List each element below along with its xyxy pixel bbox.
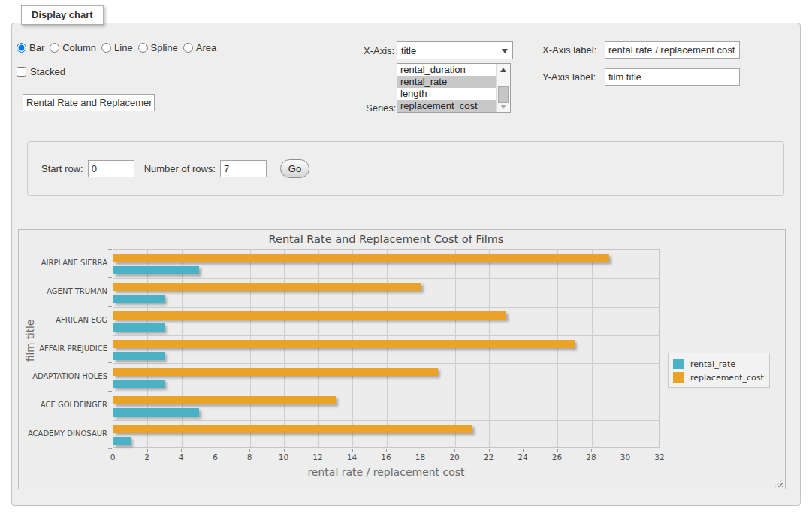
x-tick-label: 26 bbox=[546, 453, 569, 462]
x-tick-label: 32 bbox=[648, 453, 671, 462]
series-option-rental_rate[interactable]: rental_rate bbox=[397, 76, 496, 88]
y-tick-mark bbox=[108, 391, 112, 392]
series-option-replacement_cost[interactable]: replacement_cost bbox=[397, 100, 496, 112]
panel-tab-display-chart: Display chart bbox=[21, 5, 104, 25]
x-tick-mark bbox=[557, 449, 558, 452]
x-axis-select[interactable]: title bbox=[397, 41, 513, 59]
x-tick-label: 30 bbox=[614, 453, 637, 462]
series-options: rental_durationrental_ratelengthreplacem… bbox=[397, 64, 496, 112]
bar-rental_rate-agent-truman bbox=[113, 295, 165, 303]
stacked-checkbox[interactable] bbox=[17, 67, 26, 77]
number-of-rows-input[interactable] bbox=[220, 160, 267, 177]
category-label: ADAPTATION HOLES bbox=[19, 372, 107, 380]
bar-rental_rate-affair-prejudice bbox=[113, 352, 165, 360]
gridline-horizontal bbox=[113, 278, 659, 279]
gridline-vertical bbox=[216, 250, 216, 447]
gridline-horizontal bbox=[113, 420, 659, 421]
category-label: ACADEMY DINOSAUR bbox=[19, 429, 107, 438]
y-tick-mark bbox=[108, 277, 112, 278]
x-tick-label: 12 bbox=[306, 453, 329, 462]
x-tick-label: 6 bbox=[204, 453, 227, 462]
gridline-vertical bbox=[352, 250, 353, 447]
chart-type-radio-label: Column bbox=[62, 42, 96, 53]
panel-tab-label: Display chart bbox=[32, 9, 93, 20]
chart-type-radio-spline[interactable] bbox=[138, 43, 148, 53]
series-scrollbar[interactable] bbox=[496, 64, 510, 112]
scroll-up-icon bbox=[500, 68, 506, 72]
y-axis-label-label: Y-Axis label: bbox=[542, 71, 596, 83]
legend-label: replacement_cost bbox=[690, 373, 764, 383]
chart-plot-area bbox=[113, 249, 660, 448]
y-axis-label-input[interactable] bbox=[605, 68, 740, 86]
x-axis-label-label: X-Axis label: bbox=[542, 44, 596, 56]
chart-type-radio-area[interactable] bbox=[183, 43, 193, 53]
legend-item-replacement_cost: replacement_cost bbox=[673, 371, 764, 384]
x-tick-mark bbox=[147, 449, 148, 452]
y-tick-mark bbox=[108, 306, 112, 307]
x-axis-label-input[interactable] bbox=[605, 41, 740, 59]
chart-type-radio-line[interactable] bbox=[101, 43, 111, 53]
bar-replacement_cost-agent-truman bbox=[113, 283, 421, 291]
gridline-vertical bbox=[557, 250, 558, 447]
chart-type-radio-label: Line bbox=[114, 42, 133, 53]
x-tick-mark bbox=[626, 449, 626, 452]
legend-label: rental_rate bbox=[690, 359, 735, 369]
chart-type-option-line[interactable]: Line bbox=[101, 42, 133, 53]
legend-item-rental_rate: rental_rate bbox=[673, 357, 764, 371]
x-axis-select-value: title bbox=[401, 45, 416, 56]
x-tick-mark bbox=[489, 449, 490, 452]
x-tick-label: 14 bbox=[341, 453, 364, 462]
gridline-vertical bbox=[524, 250, 524, 447]
series-option-length[interactable]: length bbox=[397, 88, 496, 100]
y-tick-mark bbox=[108, 420, 112, 420]
gridline-vertical bbox=[421, 250, 421, 447]
bar-replacement_cost-ace-goldfinger bbox=[113, 396, 336, 404]
x-tick-mark bbox=[660, 449, 660, 452]
gridline-horizontal bbox=[113, 335, 659, 336]
scroll-up-button[interactable] bbox=[497, 64, 510, 75]
gridline-horizontal bbox=[113, 363, 659, 364]
category-label: AFRICAN EGG bbox=[19, 316, 107, 324]
resize-handle-icon[interactable] bbox=[775, 479, 783, 487]
stacked-row: Stacked bbox=[17, 66, 65, 77]
chart-type-radio-column[interactable] bbox=[50, 43, 59, 53]
go-button[interactable]: Go bbox=[280, 159, 309, 178]
gridline-vertical bbox=[182, 250, 183, 447]
x-tick-label: 0 bbox=[101, 453, 124, 462]
gridline-vertical bbox=[147, 250, 148, 447]
chart-type-option-spline[interactable]: Spline bbox=[138, 42, 178, 53]
x-tick-mark bbox=[284, 449, 285, 452]
chart-type-radio-group: BarColumnLineSplineArea bbox=[17, 42, 222, 53]
chart-type-radio-bar[interactable] bbox=[17, 43, 26, 53]
chart-title-input[interactable] bbox=[23, 94, 155, 111]
x-tick-mark bbox=[216, 449, 216, 452]
bar-rental_rate-airplane-sierra bbox=[113, 266, 199, 274]
legend-swatch-icon bbox=[673, 372, 684, 383]
x-tick-label: 16 bbox=[375, 453, 397, 462]
start-row-input[interactable] bbox=[88, 160, 134, 177]
gridline-vertical bbox=[626, 250, 626, 447]
scroll-down-icon bbox=[500, 105, 506, 109]
category-label: AIRPLANE SIERRA bbox=[19, 259, 107, 267]
bar-replacement_cost-academy-dinosaur bbox=[113, 425, 472, 433]
x-tick-mark bbox=[523, 449, 524, 452]
bar-replacement_cost-african-egg bbox=[113, 311, 506, 320]
series-multiselect[interactable]: rental_durationrental_ratelengthreplacem… bbox=[397, 63, 511, 113]
chart-type-option-bar[interactable]: Bar bbox=[17, 42, 44, 53]
chart-x-axis-title: rental rate / replacement cost bbox=[113, 466, 660, 478]
scroll-down-button[interactable] bbox=[497, 101, 510, 112]
gridline-vertical bbox=[318, 250, 319, 447]
chart-title: Rental Rate and Replacement Cost of Film… bbox=[113, 233, 660, 245]
x-tick-mark bbox=[181, 449, 182, 452]
chart-type-option-column[interactable]: Column bbox=[50, 42, 96, 53]
series-option-rental_duration[interactable]: rental_duration bbox=[397, 64, 496, 76]
gridline-vertical bbox=[489, 250, 490, 447]
chart-type-option-area[interactable]: Area bbox=[183, 42, 216, 53]
x-tick-mark bbox=[249, 449, 250, 452]
x-tick-label: 28 bbox=[580, 453, 602, 462]
x-tick-label: 4 bbox=[170, 453, 192, 462]
x-tick-label: 10 bbox=[273, 453, 295, 462]
x-tick-label: 24 bbox=[512, 453, 534, 462]
bar-rental_rate-ace-goldfinger bbox=[113, 408, 199, 417]
x-tick-label: 8 bbox=[238, 453, 261, 462]
